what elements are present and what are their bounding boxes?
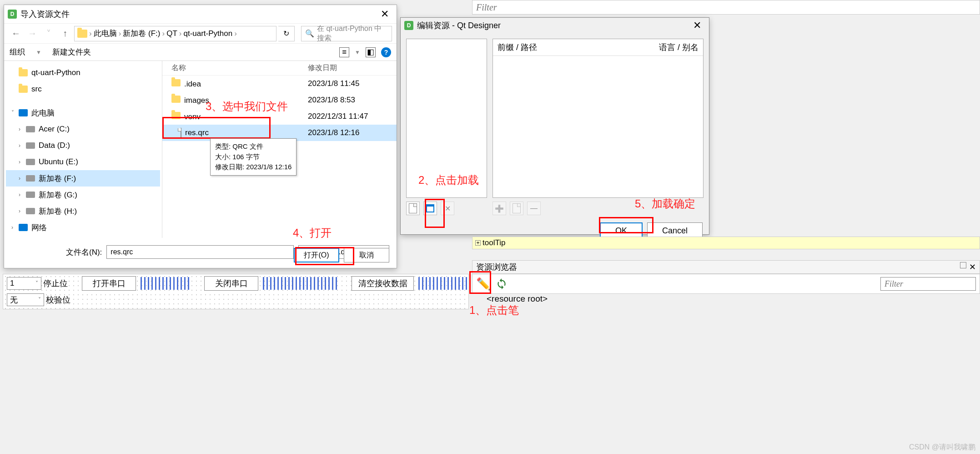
file-row[interactable]: images2023/1/8 8:53 (162, 92, 397, 108)
tree-item[interactable]: src (6, 81, 160, 97)
add-prefix-icon[interactable]: ➕ (493, 202, 506, 215)
new-resource-icon[interactable] (406, 202, 420, 215)
tree-item[interactable]: qt-uart-Python (6, 65, 160, 81)
cancel-button[interactable]: 取消 (344, 248, 389, 262)
nav-up-icon[interactable]: ↑ (58, 26, 72, 41)
nav-recent-icon[interactable]: ˅ (41, 26, 56, 41)
open-button[interactable]: 打开(O) (294, 248, 339, 262)
folder-icon (171, 112, 181, 119)
close-serial-button[interactable]: 关闭串口 (204, 276, 258, 291)
remove-resource-icon[interactable]: ✕ (441, 202, 454, 215)
close-icon[interactable]: ✕ (689, 19, 705, 32)
chevron-down-icon: ˅ (11, 110, 19, 116)
tree-item[interactable]: ›新加卷 (G:) (6, 187, 160, 203)
col-lang: 语言 / 别名 (659, 42, 699, 53)
watermark: CSDN @请叫我啸鹏 (909, 443, 975, 452)
dialog-title: 导入资源文件 (20, 9, 377, 20)
help-icon[interactable]: ? (381, 47, 391, 57)
preview-pane-icon[interactable]: ◧ (366, 47, 376, 57)
property-row[interactable]: + toolTip (472, 237, 980, 249)
tree-item[interactable]: ›Ubuntu (E:) (6, 154, 160, 170)
nav-back-icon[interactable]: ← (9, 26, 23, 41)
annotation-1: 1、点击笔 (469, 303, 519, 318)
search-input[interactable]: 🔍 在 qt-uart-Python 中搜索 (301, 26, 392, 41)
file-tooltip: 类型: QRC 文件 大小: 106 字节 修改日期: 2023/1/8 12:… (210, 138, 297, 176)
file-list[interactable]: 名称 修改日期 .idea2023/1/8 11:45 images2023/1… (162, 61, 397, 238)
new-folder-button[interactable]: 新建文件夹 (52, 47, 91, 57)
stopbits-label: 停止位 (43, 278, 68, 289)
close-panel-icon[interactable]: ✕ (969, 262, 976, 272)
load-resource-icon[interactable] (423, 202, 437, 215)
pc-icon (19, 109, 28, 116)
pencil-icon[interactable]: ✏️ (476, 277, 491, 291)
resource-prefix-list[interactable]: 前缀 / 路径 语言 / 别名 (493, 39, 704, 198)
file-row[interactable]: .idea2023/1/8 11:45 (162, 76, 397, 92)
folder-icon (171, 79, 181, 86)
file-row[interactable]: venv2022/12/31 11:47 (162, 108, 397, 125)
import-resource-dialog: D 导入资源文件 ✕ ← → ˅ ↑ › 此电脑› 新加卷 (F:)› QT› … (4, 5, 397, 268)
res-browser-title: 资源浏览器 (476, 262, 517, 272)
drive-icon (26, 142, 35, 149)
remove-item-icon[interactable]: — (527, 202, 541, 215)
drive-icon (26, 208, 35, 214)
res-filter-input[interactable] (880, 277, 976, 291)
drive-icon (26, 192, 35, 198)
search-icon: 🔍 (305, 29, 314, 38)
folder-icon (77, 30, 87, 38)
designer-form: 1˅ 停止位 打开串口 关闭串口 清空接收数据 无˅ 校验位 (3, 274, 469, 309)
resource-root[interactable]: <resource root> (487, 294, 548, 304)
close-icon[interactable]: ✕ (377, 8, 393, 20)
column-date[interactable]: 修改日期 (299, 63, 397, 73)
tree-item[interactable]: ›Acer (C:) (6, 121, 160, 137)
drive-icon (26, 159, 35, 165)
reload-icon[interactable] (494, 277, 509, 291)
refresh-icon[interactable]: ↻ (278, 26, 295, 41)
parity-combo[interactable]: 无˅ (7, 293, 44, 306)
filename-label: 文件名(N): (66, 247, 102, 257)
organize-menu[interactable]: 组织 (10, 47, 25, 57)
drive-icon (26, 126, 35, 132)
drive-icon (26, 175, 35, 182)
col-prefix: 前缀 / 路径 (498, 42, 537, 53)
breadcrumb[interactable]: › 此电脑› 新加卷 (F:)› QT› qt-uart-Python› (74, 26, 276, 41)
column-name[interactable]: 名称 (162, 63, 299, 73)
folder-icon (19, 69, 28, 76)
dialog-app-icon: D (404, 21, 413, 30)
edit-resource-dialog: D 编辑资源 - Qt Designer ✕ ✕ 前缀 / 路径 语言 / 别名… (400, 17, 709, 235)
view-list-icon[interactable]: ≡ (339, 47, 349, 57)
expand-icon[interactable]: + (475, 240, 481, 246)
filter-input-top[interactable] (472, 0, 980, 15)
resource-file-list[interactable] (406, 39, 487, 198)
open-serial-button[interactable]: 打开串口 (82, 276, 136, 291)
folder-icon (171, 96, 181, 103)
undock-icon[interactable] (960, 262, 966, 268)
tree-item[interactable]: ›新加卷 (H:) (6, 203, 160, 219)
tree-item-pc[interactable]: ˅此电脑 (6, 105, 160, 121)
filename-input[interactable] (106, 245, 294, 259)
tree-item[interactable]: ›新加卷 (F:) (6, 170, 160, 187)
network-icon (19, 224, 28, 231)
tree-item-network[interactable]: ›网络 (6, 219, 160, 236)
file-icon (181, 128, 181, 137)
dialog-title: 编辑资源 - Qt Designer (417, 20, 689, 31)
add-file-icon[interactable] (510, 202, 523, 215)
stopbits-combo[interactable]: 1˅ (7, 277, 41, 290)
clear-recv-button[interactable]: 清空接收数据 (352, 276, 414, 291)
folder-icon (19, 86, 28, 93)
folder-tree[interactable]: qt-uart-Python src ˅此电脑 ›Acer (C:) ›Data… (4, 61, 162, 238)
nav-forward-icon[interactable]: → (25, 26, 40, 41)
dialog-app-icon: D (8, 10, 17, 19)
tree-item[interactable]: ›Data (D:) (6, 137, 160, 154)
parity-label: 校验位 (46, 294, 73, 305)
